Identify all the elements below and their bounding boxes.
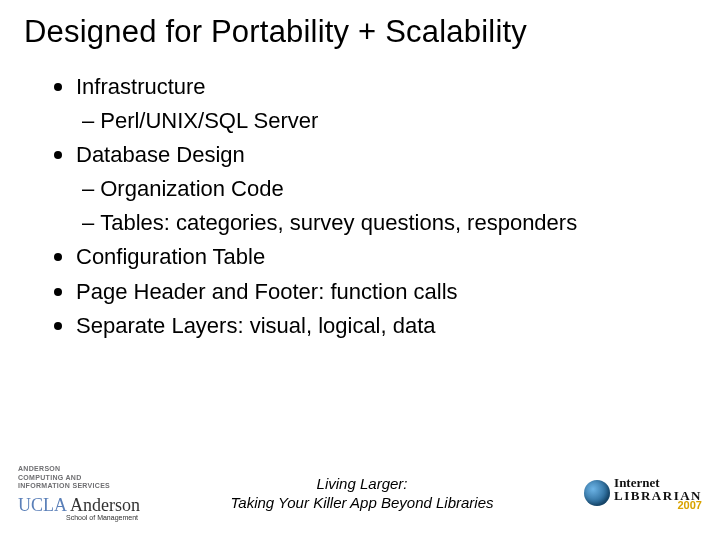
ucla-main: UCLA: [18, 495, 67, 516]
dash-icon: –: [82, 206, 94, 240]
bullet-text: Infrastructure: [76, 70, 206, 104]
list-item: Page Header and Footer: function calls: [54, 275, 692, 309]
list-sub-item: – Organization Code: [54, 172, 692, 206]
list-item: Separate Layers: visual, logical, data: [54, 309, 692, 343]
dash-icon: –: [82, 104, 94, 138]
bullet-icon: [54, 151, 62, 159]
bullet-icon: [54, 253, 62, 261]
ucla-brand: Anderson: [70, 495, 140, 516]
ucla-logo: UCLA Anderson School of Management: [18, 495, 140, 521]
acis-line: INFORMATION SERVICES: [18, 482, 140, 490]
slide-body: Infrastructure – Perl/UNIX/SQL Server Da…: [0, 56, 720, 343]
slide: Designed for Portability + Scalability I…: [0, 0, 720, 540]
left-logo-block: ANDERSON COMPUTING AND INFORMATION SERVI…: [18, 465, 140, 520]
sub-text: Perl/UNIX/SQL Server: [100, 104, 318, 138]
acis-logo: ANDERSON COMPUTING AND INFORMATION SERVI…: [18, 465, 140, 490]
bullet-icon: [54, 322, 62, 330]
bullet-text: Separate Layers: visual, logical, data: [76, 309, 436, 343]
sub-text: Organization Code: [100, 172, 283, 206]
bullet-text: Database Design: [76, 138, 245, 172]
sub-text: Tables: categories, survey questions, re…: [100, 206, 577, 240]
bullet-text: Page Header and Footer: function calls: [76, 275, 458, 309]
footer-caption: Living Larger: Taking Your Killer App Be…: [231, 474, 494, 513]
list-item: Configuration Table: [54, 240, 692, 274]
conference-logo: Internet LIBRARIAN 2007: [584, 476, 702, 511]
acis-line: COMPUTING AND: [18, 474, 140, 482]
list-item: Infrastructure: [54, 70, 692, 104]
conference-text: Internet LIBRARIAN 2007: [614, 476, 702, 511]
list-sub-item: – Perl/UNIX/SQL Server: [54, 104, 692, 138]
globe-icon: [584, 480, 610, 506]
page-title: Designed for Portability + Scalability: [0, 0, 720, 56]
acis-line: ANDERSON: [18, 465, 140, 473]
bullet-icon: [54, 288, 62, 296]
bullet-text: Configuration Table: [76, 240, 265, 274]
list-sub-item: – Tables: categories, survey questions, …: [54, 206, 692, 240]
conf-year: 2007: [678, 500, 702, 511]
list-item: Database Design: [54, 138, 692, 172]
conf-top: Internet: [614, 476, 702, 489]
caption-line: Living Larger:: [231, 474, 494, 494]
footer: ANDERSON COMPUTING AND INFORMATION SERVI…: [0, 458, 720, 528]
dash-icon: –: [82, 172, 94, 206]
caption-line: Taking Your Killer App Beyond Libraries: [231, 493, 494, 513]
bullet-icon: [54, 83, 62, 91]
